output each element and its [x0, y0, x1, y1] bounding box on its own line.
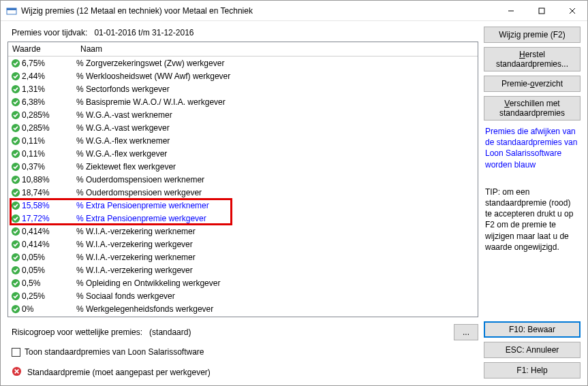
grid-header: Waarde Naam — [8, 42, 478, 57]
cell-naam: % Sociaal fonds werkgever — [76, 291, 476, 301]
cell-naam: % W.I.A.-verzekering werkgever — [76, 266, 476, 275]
cell-waarde: 0,37% — [22, 162, 76, 172]
table-row[interactable]: 0,11%% W.G.A.-flex werkgever — [8, 147, 478, 160]
cell-waarde: 0,5% — [22, 278, 76, 288]
maximize-button[interactable] — [526, 1, 557, 20]
table-row[interactable]: 0,285%% W.G.A.-vast werknemer — [8, 108, 478, 121]
cell-naam: % Ziektewet flex werkgever — [76, 162, 476, 172]
check-icon — [10, 253, 22, 262]
cell-waarde: 15,58% — [22, 201, 76, 210]
footer-error-text: Standaardpremie (moet aangepast per werk… — [27, 368, 211, 377]
check-icon — [10, 291, 22, 301]
cell-waarde: 6,75% — [22, 59, 76, 68]
check-icon — [10, 188, 22, 197]
premies-grid[interactable]: Waarde Naam 6,75%% Zorgverzekeringswet (… — [7, 42, 478, 317]
check-icon — [10, 201, 22, 210]
cell-naam: % Sectorfonds werkgever — [76, 84, 476, 94]
check-icon — [10, 123, 22, 133]
cell-naam: % Extra Pensioenpremie werknemer — [76, 201, 476, 210]
table-row[interactable]: 0,25%% Sociaal fonds werkgever — [8, 289, 478, 302]
premie-overzicht-button[interactable]: Premie-overzicht — [484, 76, 581, 92]
table-row[interactable]: 6,38%% Basispremie W.A.O./ W.I.A. werkge… — [8, 95, 478, 108]
check-icon — [10, 97, 22, 107]
cell-naam: % W.G.A.-vast werknemer — [76, 110, 476, 120]
help-button[interactable]: F1: Help — [484, 362, 581, 379]
table-row[interactable]: 0,414%% W.I.A.-verzekering werknemer — [8, 225, 478, 238]
table-row[interactable]: 17,72%% Extra Pensioenpremie werkgever — [8, 212, 478, 225]
table-row[interactable]: 18,74%% Ouderdomspensioen werkgever — [8, 186, 478, 199]
side-info-text: Premies die afwijken van de standaardpre… — [484, 125, 581, 172]
table-row[interactable]: 0,05%% W.I.A.-verzekering werkgever — [8, 263, 478, 276]
column-naam[interactable]: Naam — [76, 42, 478, 57]
check-icon — [10, 175, 22, 184]
table-row[interactable]: 0,37%% Ziektewet flex werkgever — [8, 160, 478, 173]
check-icon — [10, 110, 22, 120]
table-row[interactable]: 0,05%% W.I.A.-verzekering werknemer — [8, 251, 478, 263]
cell-naam: % W.I.A.-verzekering werknemer — [76, 227, 476, 236]
annuleer-button[interactable]: ESC: Annuleer — [484, 342, 581, 358]
cell-waarde: 0,285% — [22, 123, 76, 133]
table-row[interactable]: 6,75%% Zorgverzekeringswet (Zvw) werkgev… — [8, 57, 478, 69]
cell-naam: % Zorgverzekeringswet (Zvw) werkgever — [76, 59, 476, 68]
check-icon — [10, 240, 22, 249]
check-icon — [10, 59, 22, 68]
column-waarde[interactable]: Waarde — [8, 42, 76, 57]
toon-standaard-label: Toon standaardpremies van Loon Salarisso… — [25, 347, 204, 357]
cell-naam: % W.I.A.-verzekering werkgever — [76, 240, 476, 249]
check-icon — [10, 71, 22, 81]
cell-naam: % W.G.A.-flex werkgever — [76, 149, 476, 159]
cell-waarde: 0,414% — [22, 240, 76, 249]
close-button[interactable] — [557, 1, 587, 20]
cell-waarde: 0,11% — [22, 136, 76, 146]
cell-waarde: 0,11% — [22, 149, 76, 159]
cell-naam: % Werkloosheidswet (WW Awf) werkgever — [76, 71, 476, 81]
toon-standaard-checkbox[interactable] — [12, 348, 20, 357]
check-icon — [10, 266, 22, 275]
cell-naam: % Ouderdomspensioen werknemer — [76, 175, 476, 184]
svg-rect-1 — [7, 8, 16, 10]
cell-waarde: 0,25% — [22, 291, 76, 301]
check-icon — [10, 214, 22, 223]
wijzig-premie-button[interactable]: Wijzig premie (F2) — [484, 27, 581, 43]
titlebar: Wijzig premies (12 Metaal en techniek) v… — [1, 1, 587, 21]
cell-waarde: 2,44% — [22, 71, 76, 81]
cell-waarde: 0,285% — [22, 110, 76, 120]
minimize-button[interactable] — [495, 1, 526, 20]
cell-naam: % Werkgelegenheidsfonds werkgever — [76, 304, 476, 314]
check-icon — [10, 304, 22, 314]
risicogroep-browse-button[interactable]: ... — [454, 324, 478, 340]
table-row[interactable]: 0,11%% W.G.A.-flex werknemer — [8, 134, 478, 147]
table-row[interactable]: 0,285%% W.G.A.-vast werkgever — [8, 121, 478, 134]
cell-waarde: 18,74% — [22, 188, 76, 197]
cell-naam: % W.G.A.-flex werknemer — [76, 136, 476, 146]
svg-rect-3 — [539, 8, 544, 14]
table-row[interactable]: 1,31%% Sectorfonds werkgever — [8, 82, 478, 95]
app-icon — [6, 5, 17, 16]
cell-waarde: 6,38% — [22, 97, 76, 107]
cell-naam: % Extra Pensioenpremie werkgever — [76, 214, 476, 223]
table-row[interactable]: 10,88%% Ouderdomspensioen werknemer — [8, 173, 478, 186]
verschillen-button[interactable]: Verschillen met standaardpremies — [484, 96, 581, 120]
table-row[interactable]: 2,44%% Werkloosheidswet (WW Awf) werkgev… — [8, 69, 478, 82]
cell-naam: % W.I.A.-verzekering werknemer — [76, 253, 476, 262]
side-tip-text: TIP: om een standaardpremie (rood) te ac… — [484, 185, 581, 254]
check-icon — [10, 278, 22, 288]
cell-naam: % Basispremie W.A.O./ W.I.A. werkgever — [76, 97, 476, 107]
cell-waarde: 17,72% — [22, 214, 76, 223]
table-row[interactable]: 15,58%% Extra Pensioenpremie werknemer — [8, 199, 478, 212]
check-icon — [10, 149, 22, 159]
cell-naam: % Ouderdomspensioen werkgever — [76, 188, 476, 197]
check-icon — [10, 162, 22, 172]
table-row[interactable]: 0,414%% W.I.A.-verzekering werkgever — [8, 238, 478, 251]
window-title: Wijzig premies (12 Metaal en techniek) v… — [21, 6, 495, 16]
check-icon — [10, 84, 22, 94]
cell-naam: % Opleiding en Ontwikkeling werkgever — [76, 278, 476, 288]
herstel-button[interactable]: Herstel standaardpremies... — [484, 47, 581, 71]
cell-waarde: 0,05% — [22, 266, 76, 275]
cell-naam: % W.G.A.-vast werkgever — [76, 123, 476, 133]
table-row[interactable]: 0,5%% Opleiding en Ontwikkeling werkgeve… — [8, 276, 478, 289]
risicogroep-label: Risicogroep voor wettelijke premies: (st… — [12, 327, 450, 337]
check-icon — [10, 136, 22, 146]
table-row[interactable]: 0%% Werkgelegenheidsfonds werkgever — [8, 302, 478, 315]
bewaar-button[interactable]: F10: Bewaar — [484, 321, 581, 338]
